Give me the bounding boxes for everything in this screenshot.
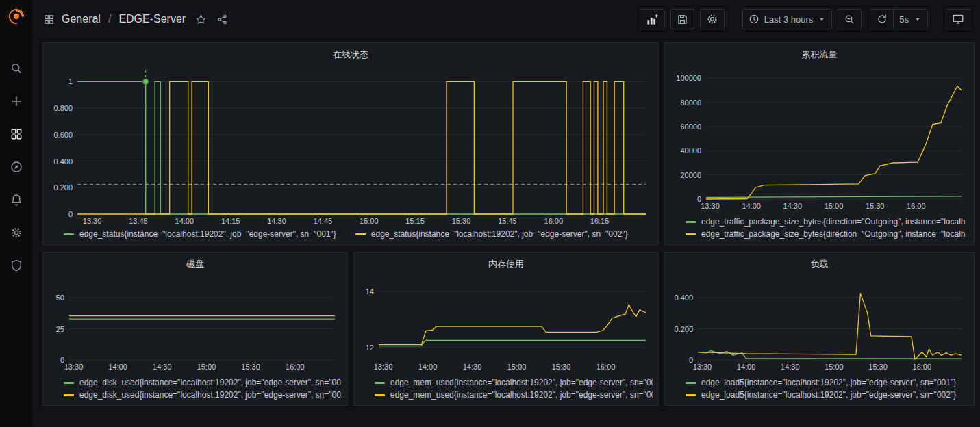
time-range-picker[interactable]: Last 3 hours — [742, 9, 833, 29]
svg-text:14:15: 14:15 — [221, 217, 240, 225]
share-icon[interactable] — [216, 14, 228, 25]
svg-text:13:30: 13:30 — [374, 363, 393, 371]
svg-text:15:30: 15:30 — [866, 202, 885, 210]
svg-text:100000: 100000 — [676, 74, 701, 82]
legend-swatch-yellow — [375, 394, 385, 396]
load-chart[interactable]: 00.2000.40013:3014:0014:3015:0015:3016:0… — [668, 274, 968, 373]
refresh-button[interactable] — [870, 9, 893, 29]
legend-label[interactable]: edge_mem_used{instance="localhost:19202"… — [390, 378, 653, 387]
svg-text:13:45: 13:45 — [129, 217, 148, 225]
refresh-group: 5s — [870, 9, 928, 29]
svg-text:14:00: 14:00 — [737, 363, 756, 371]
svg-text:13:30: 13:30 — [83, 217, 102, 225]
legend-swatch-yellow — [686, 394, 696, 396]
svg-text:14:30: 14:30 — [783, 202, 803, 210]
legend-swatch-yellow — [355, 233, 366, 235]
save-dashboard-button[interactable] — [670, 9, 694, 29]
legend-swatch-green — [375, 382, 385, 384]
svg-text:15:00: 15:00 — [507, 363, 527, 371]
svg-text:16:00: 16:00 — [913, 363, 932, 371]
memory-chart[interactable]: 121413:3014:0014:3015:0015:3016:00 — [357, 274, 653, 373]
dashboard-grid-icon — [43, 14, 55, 25]
configuration-gear-icon[interactable] — [0, 216, 32, 249]
time-range-label: Last 3 hours — [764, 14, 814, 25]
grafana-logo[interactable] — [7, 0, 26, 31]
explore-compass-icon[interactable] — [0, 151, 32, 183]
panel-title-disk[interactable]: 磁盘 — [43, 253, 347, 272]
breadcrumb-dashboard-title[interactable]: EDGE-Server — [118, 13, 186, 25]
legend-label[interactable]: edge_disk_used{instance="localhost:19202… — [79, 378, 342, 387]
panel-memory: 内存使用 121413:3014:0014:3015:0015:3016:00 … — [353, 252, 659, 406]
svg-text:14: 14 — [366, 287, 374, 296]
svg-text:14:00: 14:00 — [742, 202, 761, 210]
svg-text:40000: 40000 — [680, 146, 701, 155]
refresh-interval-picker[interactable]: 5s — [893, 9, 928, 29]
legend-label[interactable]: edge_load5{instance="localhost:19202", j… — [701, 378, 956, 387]
zoom-out-button[interactable] — [838, 9, 862, 29]
svg-text:16:15: 16:15 — [590, 217, 610, 225]
svg-text:15:30: 15:30 — [241, 363, 260, 371]
add-panel-button[interactable] — [640, 9, 665, 29]
cycle-view-mode-button[interactable] — [946, 9, 970, 29]
legend-label[interactable]: edge_status{instance="localhost:19202", … — [371, 229, 628, 239]
zoom-out-icon — [844, 14, 855, 25]
svg-text:12: 12 — [366, 344, 374, 352]
create-plus-icon[interactable] — [0, 85, 32, 118]
legend-label[interactable]: edge_traffic_package_size_bytes{directio… — [701, 217, 965, 227]
legend-label[interactable]: edge_mem_used{instance="localhost:19202"… — [390, 390, 653, 400]
grafana-app: General / EDGE-Server — [0, 0, 980, 427]
legend-item: edge_status{instance="localhost:19202", … — [64, 229, 336, 239]
alerting-bell-icon[interactable] — [0, 183, 32, 216]
legend-swatch-yellow — [686, 233, 696, 235]
legend-label[interactable]: edge_status{instance="localhost:19202", … — [79, 229, 336, 239]
legend-item: edge_mem_used{instance="localhost:19202"… — [375, 378, 653, 387]
add-panel-icon — [646, 13, 659, 26]
svg-text:25: 25 — [56, 325, 64, 333]
dashboard-header: General / EDGE-Server — [32, 0, 980, 38]
memory-legend: edge_mem_used{instance="localhost:19202"… — [354, 373, 658, 405]
svg-text:14:30: 14:30 — [267, 217, 286, 225]
panel-online-status: 在线状态 00.2000.4000.6000.800113:3013:4514:… — [42, 42, 659, 245]
legend-label[interactable]: edge_traffic_package_size_bytes{directio… — [701, 229, 965, 239]
grafana-logo-icon — [7, 7, 26, 26]
favorite-star-icon[interactable] — [195, 14, 207, 25]
svg-text:1: 1 — [68, 77, 73, 86]
svg-text:16:00: 16:00 — [596, 363, 616, 371]
legend-item: edge_disk_used{instance="localhost:19202… — [64, 390, 342, 400]
svg-text:15:45: 15:45 — [498, 217, 517, 225]
search-icon[interactable] — [0, 52, 32, 85]
server-admin-shield-icon[interactable] — [0, 249, 32, 282]
refresh-icon — [877, 14, 888, 25]
svg-text:16:00: 16:00 — [544, 217, 564, 225]
legend-label[interactable]: edge_disk_used{instance="localhost:19202… — [79, 390, 342, 400]
svg-text:15:30: 15:30 — [552, 363, 571, 371]
legend-item: edge_mem_used{instance="localhost:19202"… — [375, 390, 653, 400]
panel-load: 负载 00.2000.40013:3014:0014:3015:0015:301… — [664, 252, 975, 406]
panel-title-memory[interactable]: 内存使用 — [354, 253, 658, 272]
legend-label[interactable]: edge_load5{instance="localhost:19202", j… — [701, 390, 956, 400]
legend-item: edge_load5{instance="localhost:19202", j… — [686, 378, 968, 387]
svg-text:13:30: 13:30 — [693, 363, 712, 371]
svg-text:14:30: 14:30 — [463, 363, 482, 371]
dashboards-icon[interactable] — [0, 118, 32, 151]
svg-text:15:00: 15:00 — [197, 363, 216, 371]
svg-text:0.800: 0.800 — [53, 104, 73, 112]
disk-chart[interactable]: 0255013:3014:0014:3015:0015:3016:00 — [46, 274, 342, 373]
panel-title-load[interactable]: 负载 — [665, 253, 974, 272]
online-status-chart[interactable]: 00.2000.4000.6000.800113:3013:4514:0014:… — [46, 64, 653, 227]
breadcrumb-folder[interactable]: General — [62, 13, 101, 25]
panel-cumulative-traffic: 累积流量 02000040000600008000010000013:3014:… — [664, 42, 975, 245]
cumulative-traffic-chart[interactable]: 02000040000600008000010000013:3014:0014:… — [668, 64, 968, 212]
svg-text:14:00: 14:00 — [175, 217, 194, 225]
legend-swatch-green — [64, 382, 74, 384]
dashboard-settings-button[interactable] — [700, 9, 725, 29]
online-status-legend: edge_status{instance="localhost:19202", … — [43, 227, 658, 244]
panel-title-cumulative-traffic[interactable]: 累积流量 — [665, 43, 974, 63]
svg-text:15:00: 15:00 — [825, 202, 844, 210]
sidebar — [0, 0, 32, 427]
svg-text:15:30: 15:30 — [452, 217, 471, 225]
svg-text:0: 0 — [68, 210, 73, 218]
svg-text:13:30: 13:30 — [701, 202, 720, 210]
panel-title-online-status[interactable]: 在线状态 — [43, 43, 658, 63]
chevron-down-icon — [914, 15, 922, 23]
